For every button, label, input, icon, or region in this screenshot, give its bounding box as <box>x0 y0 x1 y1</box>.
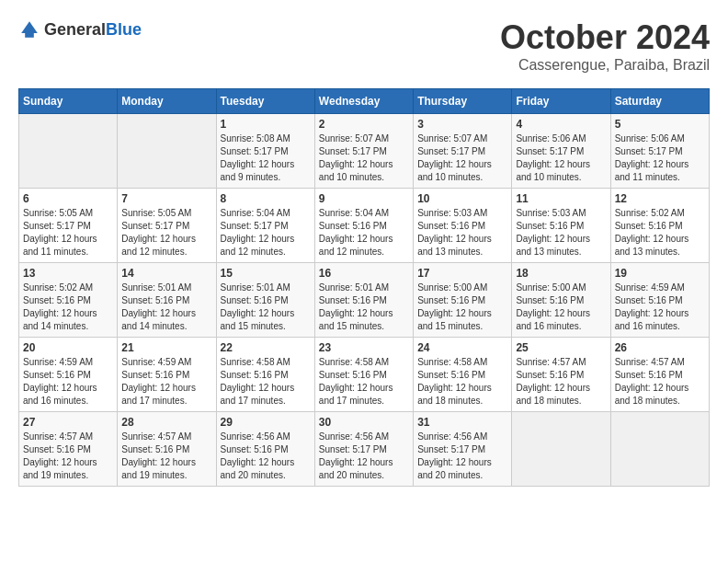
calendar-day-cell: 29 Sunrise: 4:56 AMSunset: 5:16 PMDaylig… <box>216 412 314 487</box>
day-info: Sunrise: 4:58 AMSunset: 5:16 PMDaylight:… <box>221 357 295 406</box>
day-info: Sunrise: 4:59 AMSunset: 5:16 PMDaylight:… <box>121 357 196 406</box>
day-info: Sunrise: 5:03 AMSunset: 5:16 PMDaylight:… <box>516 208 590 257</box>
day-info: Sunrise: 5:02 AMSunset: 5:16 PMDaylight:… <box>23 282 97 331</box>
calendar-day-cell: 7 Sunrise: 5:05 AMSunset: 5:17 PMDayligh… <box>118 189 216 263</box>
day-number: 29 <box>221 416 311 429</box>
calendar-day-cell <box>512 412 610 487</box>
calendar-day-cell: 3 Sunrise: 5:07 AMSunset: 5:17 PMDayligh… <box>414 114 512 189</box>
day-info: Sunrise: 5:00 AMSunset: 5:16 PMDaylight:… <box>516 282 590 331</box>
day-info: Sunrise: 4:59 AMSunset: 5:16 PMDaylight:… <box>615 282 689 331</box>
calendar-week-row: 20 Sunrise: 4:59 AMSunset: 5:16 PMDaylig… <box>19 338 710 412</box>
day-info: Sunrise: 5:02 AMSunset: 5:16 PMDaylight:… <box>615 208 689 257</box>
calendar-day-cell: 28 Sunrise: 4:57 AMSunset: 5:16 PMDaylig… <box>118 412 216 487</box>
day-number: 30 <box>319 416 409 429</box>
calendar-day-cell: 11 Sunrise: 5:03 AMSunset: 5:16 PMDaylig… <box>512 189 610 263</box>
svg-marker-0 <box>21 21 38 33</box>
day-number: 12 <box>615 192 705 205</box>
day-info: Sunrise: 5:05 AMSunset: 5:17 PMDaylight:… <box>23 208 97 257</box>
calendar-day-cell: 5 Sunrise: 5:06 AMSunset: 5:17 PMDayligh… <box>610 114 709 189</box>
calendar-header-cell: Monday <box>118 89 216 114</box>
day-info: Sunrise: 5:01 AMSunset: 5:16 PMDaylight:… <box>221 282 295 331</box>
day-info: Sunrise: 5:01 AMSunset: 5:16 PMDaylight:… <box>121 282 196 331</box>
calendar-day-cell: 8 Sunrise: 5:04 AMSunset: 5:17 PMDayligh… <box>216 189 314 263</box>
calendar-day-cell: 10 Sunrise: 5:03 AMSunset: 5:16 PMDaylig… <box>414 189 512 263</box>
calendar-week-row: 1 Sunrise: 5:08 AMSunset: 5:17 PMDayligh… <box>19 114 710 189</box>
calendar-day-cell <box>610 412 709 487</box>
calendar-day-cell: 26 Sunrise: 4:57 AMSunset: 5:16 PMDaylig… <box>610 338 709 412</box>
calendar-header-cell: Sunday <box>19 89 118 114</box>
calendar-day-cell: 25 Sunrise: 4:57 AMSunset: 5:16 PMDaylig… <box>512 338 610 412</box>
calendar-day-cell: 1 Sunrise: 5:08 AMSunset: 5:17 PMDayligh… <box>216 114 314 189</box>
day-number: 25 <box>516 341 606 354</box>
day-info: Sunrise: 4:56 AMSunset: 5:17 PMDaylight:… <box>417 431 492 480</box>
calendar-day-cell: 31 Sunrise: 4:56 AMSunset: 5:17 PMDaylig… <box>414 412 512 487</box>
day-info: Sunrise: 5:07 AMSunset: 5:17 PMDaylight:… <box>319 133 393 182</box>
calendar-day-cell: 6 Sunrise: 5:05 AMSunset: 5:17 PMDayligh… <box>19 189 118 263</box>
day-number: 20 <box>23 341 113 354</box>
day-number: 5 <box>615 118 705 131</box>
day-number: 2 <box>319 118 409 131</box>
day-info: Sunrise: 5:06 AMSunset: 5:17 PMDaylight:… <box>516 133 590 182</box>
day-number: 1 <box>221 118 311 131</box>
day-number: 26 <box>615 341 705 354</box>
day-info: Sunrise: 5:04 AMSunset: 5:17 PMDaylight:… <box>221 208 295 257</box>
day-info: Sunrise: 4:57 AMSunset: 5:16 PMDaylight:… <box>23 431 97 480</box>
title-block: October 2024 Casserengue, Paraiba, Brazi… <box>500 18 710 74</box>
svg-rect-1 <box>25 31 34 37</box>
day-number: 28 <box>121 416 211 429</box>
calendar-day-cell: 16 Sunrise: 5:01 AMSunset: 5:16 PMDaylig… <box>314 263 413 338</box>
calendar-header-cell: Friday <box>512 89 610 114</box>
day-info: Sunrise: 4:56 AMSunset: 5:17 PMDaylight:… <box>319 431 393 480</box>
day-number: 24 <box>417 341 507 354</box>
logo: GeneralBlue <box>18 18 142 40</box>
day-number: 27 <box>23 416 113 429</box>
calendar-day-cell: 30 Sunrise: 4:56 AMSunset: 5:17 PMDaylig… <box>314 412 413 487</box>
calendar-header-cell: Wednesday <box>314 89 413 114</box>
calendar-week-row: 27 Sunrise: 4:57 AMSunset: 5:16 PMDaylig… <box>19 412 710 487</box>
day-number: 6 <box>23 192 113 205</box>
calendar-day-cell: 15 Sunrise: 5:01 AMSunset: 5:16 PMDaylig… <box>216 263 314 338</box>
calendar-week-row: 6 Sunrise: 5:05 AMSunset: 5:17 PMDayligh… <box>19 189 710 263</box>
day-number: 3 <box>417 118 507 131</box>
calendar-day-cell: 4 Sunrise: 5:06 AMSunset: 5:17 PMDayligh… <box>512 114 610 189</box>
calendar-day-cell <box>118 114 216 189</box>
calendar-day-cell: 27 Sunrise: 4:57 AMSunset: 5:16 PMDaylig… <box>19 412 118 487</box>
calendar-day-cell: 19 Sunrise: 4:59 AMSunset: 5:16 PMDaylig… <box>610 263 709 338</box>
day-number: 10 <box>417 192 507 205</box>
calendar-day-cell: 24 Sunrise: 4:58 AMSunset: 5:16 PMDaylig… <box>414 338 512 412</box>
calendar-table: SundayMondayTuesdayWednesdayThursdayFrid… <box>18 88 710 487</box>
calendar-day-cell: 14 Sunrise: 5:01 AMSunset: 5:16 PMDaylig… <box>118 263 216 338</box>
calendar-day-cell: 18 Sunrise: 5:00 AMSunset: 5:16 PMDaylig… <box>512 263 610 338</box>
day-number: 21 <box>121 341 211 354</box>
calendar-day-cell: 9 Sunrise: 5:04 AMSunset: 5:16 PMDayligh… <box>314 189 413 263</box>
calendar-day-cell: 13 Sunrise: 5:02 AMSunset: 5:16 PMDaylig… <box>19 263 118 338</box>
day-number: 14 <box>121 267 211 280</box>
calendar-day-cell: 20 Sunrise: 4:59 AMSunset: 5:16 PMDaylig… <box>19 338 118 412</box>
day-info: Sunrise: 5:07 AMSunset: 5:17 PMDaylight:… <box>417 133 492 182</box>
logo-icon <box>18 18 40 40</box>
calendar-day-cell <box>19 114 118 189</box>
day-info: Sunrise: 5:03 AMSunset: 5:16 PMDaylight:… <box>417 208 492 257</box>
day-info: Sunrise: 5:06 AMSunset: 5:17 PMDaylight:… <box>615 133 689 182</box>
day-number: 19 <box>615 267 705 280</box>
day-info: Sunrise: 5:08 AMSunset: 5:17 PMDaylight:… <box>221 133 295 182</box>
day-info: Sunrise: 5:01 AMSunset: 5:16 PMDaylight:… <box>319 282 393 331</box>
month-title: October 2024 <box>500 18 710 57</box>
calendar-day-cell: 17 Sunrise: 5:00 AMSunset: 5:16 PMDaylig… <box>414 263 512 338</box>
location-title: Casserengue, Paraiba, Brazil <box>500 57 710 74</box>
calendar-header-row: SundayMondayTuesdayWednesdayThursdayFrid… <box>19 89 710 114</box>
day-info: Sunrise: 5:00 AMSunset: 5:16 PMDaylight:… <box>417 282 492 331</box>
day-number: 13 <box>23 267 113 280</box>
day-number: 23 <box>319 341 409 354</box>
day-number: 17 <box>417 267 507 280</box>
day-number: 16 <box>319 267 409 280</box>
day-number: 18 <box>516 267 606 280</box>
day-info: Sunrise: 5:04 AMSunset: 5:16 PMDaylight:… <box>319 208 393 257</box>
day-number: 15 <box>221 267 311 280</box>
day-info: Sunrise: 4:58 AMSunset: 5:16 PMDaylight:… <box>319 357 393 406</box>
calendar-header-cell: Thursday <box>414 89 512 114</box>
calendar-day-cell: 12 Sunrise: 5:02 AMSunset: 5:16 PMDaylig… <box>610 189 709 263</box>
day-info: Sunrise: 4:56 AMSunset: 5:16 PMDaylight:… <box>221 431 295 480</box>
day-info: Sunrise: 5:05 AMSunset: 5:17 PMDaylight:… <box>121 208 196 257</box>
day-number: 7 <box>121 192 211 205</box>
